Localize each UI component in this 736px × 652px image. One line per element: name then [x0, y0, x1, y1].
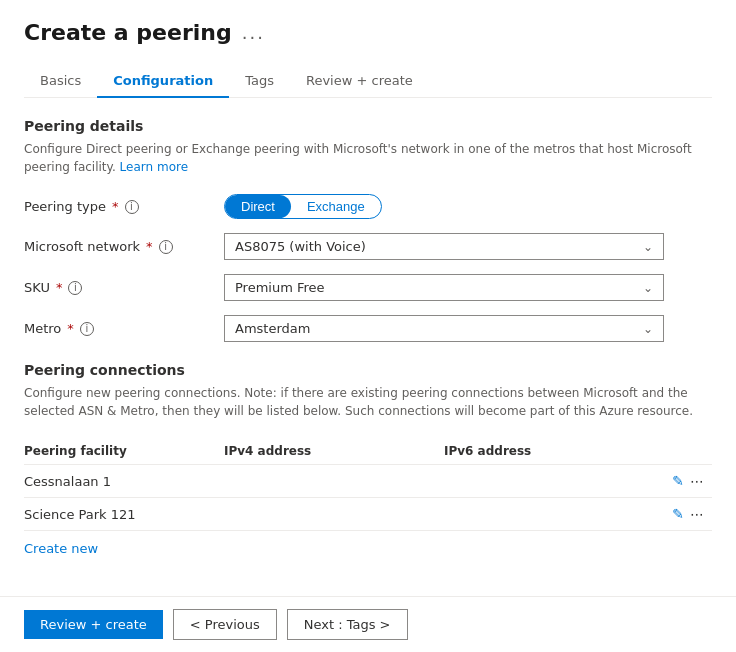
sku-row: SKU * i Premium Free ⌄: [24, 274, 712, 301]
ipv4-cell-1: [224, 465, 444, 498]
col-header-ipv6: IPv6 address: [444, 438, 604, 465]
required-star-3: *: [56, 280, 63, 295]
ellipsis-menu[interactable]: ...: [242, 22, 265, 43]
metro-label: Metro * i: [24, 321, 224, 336]
edit-icon-2[interactable]: ✎: [672, 506, 684, 522]
col-header-facility: Peering facility: [24, 438, 224, 465]
connections-desc: Configure new peering connections. Note:…: [24, 384, 712, 420]
next-button[interactable]: Next : Tags >: [287, 609, 408, 640]
connections-table: Peering facility IPv4 address IPv6 addre…: [24, 438, 712, 531]
peering-type-label: Peering type * i: [24, 199, 224, 214]
peering-type-info-icon[interactable]: i: [125, 200, 139, 214]
facility-cell-2: Science Park 121: [24, 498, 224, 531]
actions-cell-2: ✎ ⋯: [604, 498, 712, 531]
col-header-actions: [604, 438, 712, 465]
page-title: Create a peering: [24, 20, 232, 45]
actions-cell-1: ✎ ⋯: [604, 465, 712, 498]
sku-label: SKU * i: [24, 280, 224, 295]
peering-type-toggle: Direct Exchange: [224, 194, 664, 219]
peering-type-row: Peering type * i Direct Exchange: [24, 194, 712, 219]
learn-more-link[interactable]: Learn more: [120, 160, 188, 174]
more-icon-2[interactable]: ⋯: [690, 506, 704, 522]
toggle-direct[interactable]: Direct: [225, 195, 291, 218]
tabs-nav: Basics Configuration Tags Review + creat…: [24, 65, 712, 98]
connections-title: Peering connections: [24, 362, 712, 378]
ipv4-cell-2: [224, 498, 444, 531]
microsoft-network-select[interactable]: AS8075 (with Voice) ⌄: [224, 233, 664, 260]
chevron-down-icon-2: ⌄: [643, 281, 653, 295]
sku-info-icon[interactable]: i: [68, 281, 82, 295]
peering-details-desc: Configure Direct peering or Exchange pee…: [24, 140, 712, 176]
required-star: *: [112, 199, 119, 214]
metro-dropdown[interactable]: Amsterdam ⌄: [224, 315, 664, 342]
table-row: Cessnalaan 1 ✎ ⋯: [24, 465, 712, 498]
col-header-ipv4: IPv4 address: [224, 438, 444, 465]
table-row: Science Park 121 ✎ ⋯: [24, 498, 712, 531]
microsoft-network-info-icon[interactable]: i: [159, 240, 173, 254]
edit-icon-1[interactable]: ✎: [672, 473, 684, 489]
create-new-link[interactable]: Create new: [24, 541, 98, 556]
tab-basics[interactable]: Basics: [24, 65, 97, 98]
tab-tags[interactable]: Tags: [229, 65, 290, 98]
toggle-group: Direct Exchange: [224, 194, 382, 219]
previous-button[interactable]: < Previous: [173, 609, 277, 640]
required-star-4: *: [67, 321, 74, 336]
chevron-down-icon: ⌄: [643, 240, 653, 254]
facility-cell-1: Cessnalaan 1: [24, 465, 224, 498]
peering-details-title: Peering details: [24, 118, 712, 134]
more-icon-1[interactable]: ⋯: [690, 473, 704, 489]
microsoft-network-row: Microsoft network * i AS8075 (with Voice…: [24, 233, 712, 260]
ipv6-cell-2: [444, 498, 604, 531]
sku-dropdown[interactable]: Premium Free ⌄: [224, 274, 664, 301]
sku-select[interactable]: Premium Free ⌄: [224, 274, 664, 301]
metro-row: Metro * i Amsterdam ⌄: [24, 315, 712, 342]
tab-review-create[interactable]: Review + create: [290, 65, 429, 98]
required-star-2: *: [146, 239, 153, 254]
metro-select[interactable]: Amsterdam ⌄: [224, 315, 664, 342]
metro-info-icon[interactable]: i: [80, 322, 94, 336]
chevron-down-icon-3: ⌄: [643, 322, 653, 336]
review-create-button[interactable]: Review + create: [24, 610, 163, 639]
peering-connections-section: Peering connections Configure new peerin…: [24, 362, 712, 556]
toggle-exchange[interactable]: Exchange: [291, 195, 381, 218]
microsoft-network-dropdown[interactable]: AS8075 (with Voice) ⌄: [224, 233, 664, 260]
tab-configuration[interactable]: Configuration: [97, 65, 229, 98]
bottom-bar: Review + create < Previous Next : Tags >: [0, 596, 736, 652]
microsoft-network-label: Microsoft network * i: [24, 239, 224, 254]
ipv6-cell-1: [444, 465, 604, 498]
